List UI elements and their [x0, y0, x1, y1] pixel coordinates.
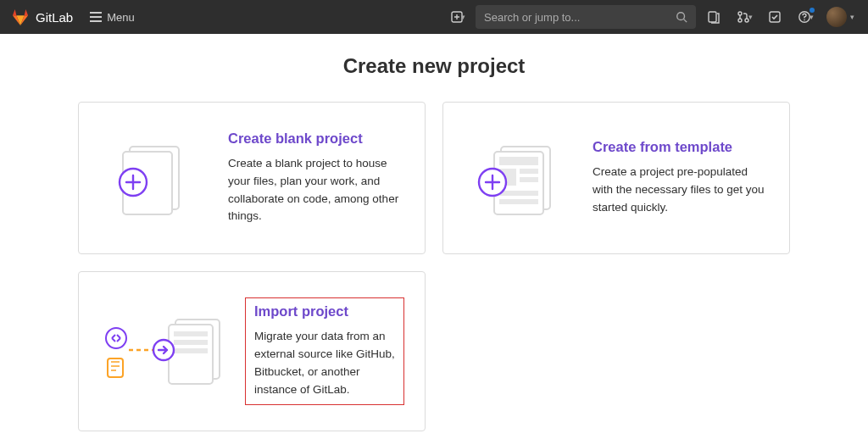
new-dropdown[interactable]: ▾: [445, 4, 470, 30]
gitlab-logo-icon: [10, 8, 31, 25]
blank-project-illustration: [99, 140, 209, 216]
card-blank-project[interactable]: Create blank project Create a blank proj…: [78, 102, 426, 254]
issues-link[interactable]: [701, 4, 726, 30]
card-import-project[interactable]: Import project Migrate your data from an…: [78, 271, 426, 431]
gitlab-logo-link[interactable]: GitLab: [10, 8, 73, 25]
top-navbar: GitLab Menu ▾: [0, 0, 868, 34]
svg-point-26: [106, 328, 126, 348]
search-icon: [676, 11, 687, 23]
nav-left-group: GitLab Menu: [10, 8, 135, 25]
svg-rect-24: [174, 340, 208, 345]
nav-right-group: ▾ ▾: [445, 4, 858, 30]
brand-text: GitLab: [36, 10, 73, 25]
main-content: Create new project Create blank project …: [0, 34, 868, 439]
search-input[interactable]: [484, 11, 676, 24]
svg-point-4: [738, 19, 742, 22]
card-from-template[interactable]: Create from template Create a project pr…: [442, 102, 790, 254]
svg-point-3: [738, 12, 742, 15]
merge-requests-link[interactable]: ▾: [732, 4, 757, 30]
svg-rect-18: [499, 191, 538, 196]
svg-point-8: [804, 19, 805, 21]
card-desc: Create a blank project to house your fil…: [228, 155, 404, 226]
svg-rect-17: [520, 177, 538, 182]
chevron-down-icon: ▾: [850, 13, 854, 21]
todo-icon: [768, 10, 782, 24]
card-desc: Create a project pre-populated with the …: [593, 164, 769, 217]
svg-rect-16: [520, 169, 538, 174]
hamburger-icon: [90, 12, 102, 22]
svg-rect-2: [709, 12, 716, 22]
menu-toggle[interactable]: Menu: [90, 11, 135, 24]
svg-point-1: [677, 13, 685, 20]
chevron-down-icon: ▾: [810, 13, 814, 21]
todos-link[interactable]: [762, 4, 787, 30]
issues-icon: [707, 10, 721, 24]
card-title: Create from template: [593, 139, 769, 155]
card-desc: Migrate your data from an external sourc…: [254, 328, 395, 399]
user-menu[interactable]: ▾: [823, 4, 858, 30]
avatar: [826, 7, 847, 27]
chevron-down-icon: ▾: [748, 13, 753, 21]
svg-rect-14: [499, 157, 538, 165]
search-bar[interactable]: [476, 5, 696, 29]
option-grid: Create blank project Create a blank proj…: [61, 102, 807, 431]
import-illustration: [99, 313, 226, 389]
svg-rect-19: [499, 199, 538, 204]
notification-dot: [810, 8, 815, 13]
help-link[interactable]: ▾: [793, 4, 818, 30]
card-title: Create blank project: [228, 131, 404, 147]
svg-rect-25: [174, 348, 208, 353]
import-highlight: Import project Migrate your data from an…: [245, 297, 404, 405]
chevron-down-icon: ▾: [461, 13, 465, 21]
svg-rect-23: [174, 331, 208, 336]
menu-label: Menu: [107, 11, 135, 24]
page-title: Create new project: [0, 54, 868, 78]
template-illustration: [464, 140, 574, 216]
card-title: Import project: [254, 303, 395, 320]
